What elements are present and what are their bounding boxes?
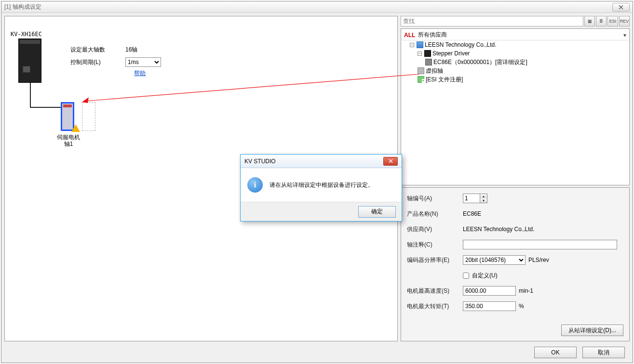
esi-btn[interactable]: ESI [607,16,618,26]
info-icon: i [247,177,263,193]
speed-unit: min-1 [519,287,533,294]
spin-up[interactable]: ▲ [480,194,487,198]
empty-slot[interactable] [82,102,95,131]
cycle-label: 控制周期(L) [70,58,119,66]
svg-line-0 [85,74,419,101]
device-tree[interactable]: ALL 所有供应商 ▾ −LEESN Technology Co.,Ltd. −… [401,28,630,185]
vendor-filter-label: 所有供应商 [418,31,447,39]
help-link[interactable]: 帮助 [134,69,146,78]
comment-input[interactable] [463,240,617,249]
encoder-label: 编码器分辨率(E) [407,256,460,264]
tree-virtual-axis[interactable]: 虚拟轴 [418,66,628,75]
window-close-button[interactable] [612,3,630,12]
rev-btn[interactable]: REV [619,16,630,26]
product-name-value: EC86E [463,210,481,217]
right-pane: ▦ ≣ ESI REV ALL 所有供应商 ▾ −LEESN Technolog… [401,16,630,341]
dialog-title: KV STUDIO [244,158,276,165]
tree-device[interactable]: EC86E（0x00000001）[需详细设定] [425,58,628,66]
warning-icon [71,124,80,132]
max-axis-value: 16轴 [125,46,137,54]
close-icon [389,159,393,163]
spin-down[interactable]: ▼ [480,198,487,203]
collapse-icon[interactable]: − [410,43,414,47]
cycle-select[interactable]: 1ms [125,57,161,67]
max-torque-input[interactable] [463,301,516,311]
dialog-ok-button[interactable]: 确定 [358,206,396,218]
collapse-icon[interactable]: − [418,52,422,56]
dialog-titlebar: KV STUDIO [241,155,402,168]
slave-detail-button[interactable]: 从站详细设定(D)... [561,325,623,336]
titlebar: [1] 轴构成设定 [1,1,633,13]
custom-label: 自定义(U) [472,272,498,280]
search-input[interactable] [401,16,583,26]
encoder-unit: PLS/rev [528,257,549,263]
window-title: [1] 轴构成设定 [4,3,41,11]
max-torque-label: 电机最大转矩(T) [407,302,460,311]
comment-label: 轴注释(C) [407,241,460,249]
plc-module-icon[interactable] [18,39,41,83]
info-dialog: KV STUDIO i 请在从站详细设定中根据设备进行设定。 确定 [240,154,402,221]
torque-unit: % [519,303,524,310]
module-name-label: KV-XH16EC [11,31,42,38]
axis-no-input[interactable] [463,194,480,203]
virtual-axis-icon [418,67,424,74]
max-axis-label: 设定最大轴数 [70,46,119,54]
tree-esi-register[interactable]: [ESI 文件注册] [418,75,628,84]
axis-detail-panel: 轴编号(A) ▲▼ 产品名称(N) EC86E 供应商(V) LEESN Tec… [401,187,630,341]
driver-icon [424,50,431,57]
vendor-filter[interactable]: ALL 所有供应商 ▾ [402,30,628,40]
vendor-icon [417,41,423,48]
wire [30,83,31,107]
encoder-select[interactable]: 20bit (1048576) [463,255,526,265]
device-icon [425,59,432,65]
dialog-close-button[interactable] [383,157,398,166]
custom-checkbox[interactable] [463,273,469,279]
ok-button[interactable]: OK [534,347,577,358]
all-badge: ALL [404,32,415,39]
esi-register-icon [418,76,424,83]
vendor-value: LEESN Technology Co.,Ltd. [463,226,535,233]
vendor-label: 供应商(V) [407,225,460,234]
chevron-down-icon: ▾ [623,32,626,39]
view-btn-2[interactable]: ≣ [596,16,607,26]
cancel-button[interactable]: 取消 [582,347,625,358]
module-config: 设定最大轴数 16轴 控制周期(L) 1ms [70,43,161,68]
wire [30,107,66,108]
max-speed-input[interactable] [463,286,516,296]
close-icon [619,5,623,10]
axis-no-label: 轴编号(A) [407,195,460,203]
assignment-arrow [82,74,419,103]
dialog-message: 请在从站详细设定中根据设备进行设定。 [270,181,374,189]
max-speed-label: 电机最高速度(S) [407,287,460,295]
servo-label: 伺服电机轴1 [55,134,82,147]
view-btn-1[interactable]: ▦ [584,16,595,26]
tree-driver[interactable]: −Stepper Driver [418,49,628,58]
product-name-label: 产品名称(N) [407,210,460,218]
dialog-footer: OK 取消 [1,344,633,361]
tree-vendor[interactable]: −LEESN Technology Co.,Ltd. [410,40,628,49]
